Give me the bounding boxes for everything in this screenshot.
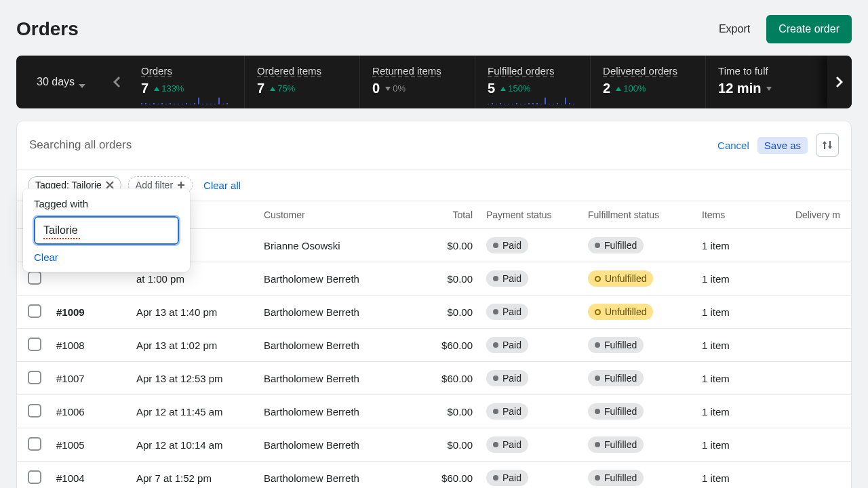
row-checkbox[interactable] <box>28 404 41 418</box>
payment-badge: Paid <box>486 403 528 420</box>
order-total: $0.00 <box>412 406 486 418</box>
stat-value: 7 <box>257 81 264 96</box>
dot-icon <box>595 375 600 381</box>
table-row[interactable]: #1006 Apr 12 at 11:45 am Bartholomew Ber… <box>17 395 851 428</box>
dot-icon <box>493 276 498 281</box>
clear-all-button[interactable]: Clear all <box>203 180 241 191</box>
order-total: $0.00 <box>412 306 486 318</box>
stats-bar: 30 days Orders 7133%Ordered items 775%Re… <box>16 56 852 108</box>
tag-filter-popover: Tagged with Clear <box>23 188 190 272</box>
save-as-button[interactable]: Save as <box>757 137 808 154</box>
fulfillment-badge: Unfulfilled <box>588 270 653 287</box>
order-items: 1 item <box>702 406 776 418</box>
order-date: Apr 13 at 1:40 pm <box>136 306 264 318</box>
dot-icon <box>493 442 498 447</box>
dot-icon <box>493 475 498 481</box>
order-items: 1 item <box>702 472 776 484</box>
fulfillment-badge: Fulfilled <box>588 403 644 420</box>
dot-icon <box>493 409 498 414</box>
stat-value: 12 min <box>718 81 761 96</box>
export-button[interactable]: Export <box>713 16 755 42</box>
trend-up-icon: 75% <box>270 83 295 94</box>
row-checkbox[interactable] <box>28 470 41 484</box>
row-checkbox[interactable] <box>28 304 41 318</box>
dot-icon <box>595 342 600 348</box>
trend-up-icon: 150% <box>500 83 530 94</box>
row-checkbox[interactable] <box>28 271 41 285</box>
stat-label: Fulfilled orders <box>488 65 578 77</box>
period-selector[interactable]: 30 days <box>16 56 104 108</box>
table-row[interactable]: #1005 Apr 12 at 10:14 am Bartholomew Ber… <box>17 428 851 462</box>
trend-neutral-icon: 0% <box>385 83 406 94</box>
table-row[interactable]: #1009 Apr 13 at 1:40 pm Bartholomew Berr… <box>17 296 851 329</box>
search-status-label: Searching all orders <box>29 138 132 152</box>
customer-name: Bartholomew Berreth <box>264 306 412 318</box>
sort-button[interactable] <box>816 134 839 157</box>
fulfillment-badge: Fulfilled <box>588 436 644 453</box>
trend-up-icon: 133% <box>154 83 184 94</box>
trend-up-icon: 100% <box>616 83 646 94</box>
fulfillment-badge: Unfulfilled <box>588 304 653 320</box>
stat-label: Orders <box>141 65 232 77</box>
order-id: #1009 <box>56 306 136 318</box>
order-total: $60.00 <box>412 340 486 351</box>
stat-value: 2 <box>603 81 610 96</box>
table-row[interactable]: #1004 Apr 7 at 1:52 pm Bartholomew Berre… <box>17 462 851 488</box>
stat-block[interactable]: Orders 7133% <box>129 56 244 108</box>
table-row[interactable]: #1007 Apr 13 at 12:53 pm Bartholomew Ber… <box>17 362 851 395</box>
customer-name: Bartholomew Berreth <box>264 406 412 418</box>
sparkline <box>141 96 232 104</box>
order-total: $60.00 <box>412 472 486 484</box>
customer-name: Bartholomew Berreth <box>264 340 412 351</box>
table-row[interactable]: #1008 Apr 13 at 1:02 pm Bartholomew Berr… <box>17 329 851 362</box>
order-id: #1004 <box>56 472 136 484</box>
popover-clear-button[interactable]: Clear <box>34 251 58 263</box>
caret-down-icon <box>766 87 772 91</box>
row-checkbox[interactable] <box>28 338 41 351</box>
stat-block[interactable]: Delivered orders 2100% <box>590 56 705 108</box>
order-date: Apr 12 at 11:45 am <box>136 406 264 418</box>
dot-icon <box>493 243 498 248</box>
col-fulfillment: Fulfillment status <box>588 209 702 220</box>
dot-icon <box>595 442 600 447</box>
stat-block[interactable]: Ordered items 775% <box>244 56 359 108</box>
dot-icon <box>595 243 600 248</box>
stat-label: Delivered orders <box>603 65 693 77</box>
row-checkbox[interactable] <box>28 371 41 384</box>
dot-icon <box>595 475 600 481</box>
customer-name: Bartholomew Berreth <box>264 439 412 451</box>
stat-block[interactable]: Fulfilled orders 5150% <box>475 56 590 108</box>
caret-down-icon <box>79 79 85 85</box>
col-payment: Payment status <box>486 209 588 220</box>
dot-icon <box>493 342 498 348</box>
payment-badge: Paid <box>486 470 528 486</box>
order-date: Apr 13 at 1:02 pm <box>136 340 264 351</box>
order-id: #1006 <box>56 406 136 418</box>
tag-filter-input[interactable] <box>34 216 179 245</box>
order-id: #1008 <box>56 340 136 351</box>
row-checkbox[interactable] <box>28 437 41 451</box>
stats-prev-button[interactable] <box>104 56 129 108</box>
stat-value: 7 <box>141 81 149 96</box>
stats-next-button[interactable] <box>827 56 852 108</box>
order-items: 1 item <box>702 340 776 351</box>
stat-block[interactable]: Returned items 00% <box>359 56 475 108</box>
popover-label: Tagged with <box>34 198 179 209</box>
ring-icon <box>595 276 601 282</box>
fulfillment-badge: Fulfilled <box>588 337 644 353</box>
create-order-button[interactable]: Create order <box>766 15 852 43</box>
order-date: Apr 13 at 12:53 pm <box>136 373 264 384</box>
fulfillment-badge: Fulfilled <box>588 237 644 253</box>
dot-icon <box>595 409 600 414</box>
cancel-button[interactable]: Cancel <box>717 140 749 151</box>
order-id: #1005 <box>56 439 136 451</box>
stat-label: Returned items <box>372 65 462 77</box>
col-delivery: Delivery m <box>776 209 840 220</box>
ring-icon <box>595 309 601 315</box>
page-title: Orders <box>16 18 79 40</box>
fulfillment-badge: Fulfilled <box>588 470 644 486</box>
stat-value: 5 <box>488 81 495 96</box>
customer-name: Bartholomew Berreth <box>264 472 412 484</box>
stat-block[interactable]: Time to fulf 12 min <box>705 56 821 108</box>
stat-label: Time to fulf <box>718 65 808 77</box>
